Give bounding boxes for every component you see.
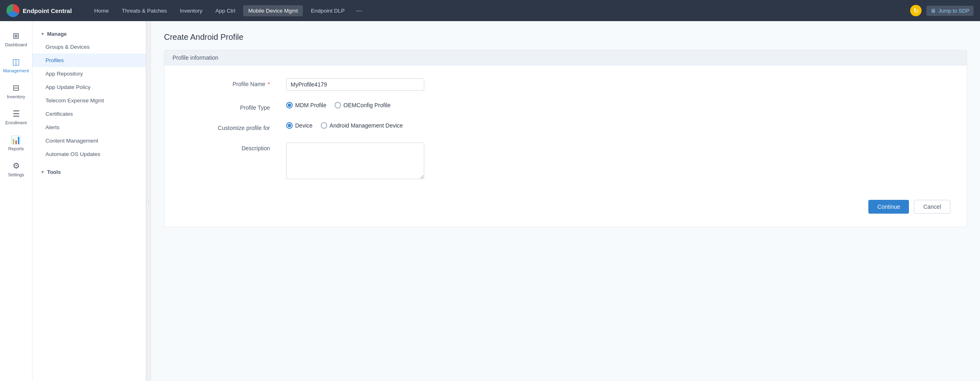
settings-icon: ⚙ (13, 161, 20, 171)
icon-sidebar: ⊞ Dashboard ◫ Management ⊟ Inventory ☰ E… (0, 21, 32, 381)
customize-radio-group: Device Android Management Device (286, 122, 497, 129)
mdm-profile-radio[interactable] (286, 102, 293, 108)
continue-button[interactable]: Continue (868, 200, 909, 214)
description-label: Description (181, 143, 270, 152)
logo-icon (6, 4, 19, 17)
description-row: Description (181, 143, 950, 180)
enrollment-icon: ☰ (13, 109, 20, 119)
dashboard-icon: ⊞ (13, 31, 19, 41)
manage-chevron-icon: ▼ (41, 32, 45, 36)
resize-handle[interactable]: ⋮ (146, 21, 151, 381)
dashboard-label: Dashboard (5, 42, 27, 47)
profile-name-input[interactable] (286, 78, 424, 91)
logo-text: Endpoint Central (23, 7, 72, 14)
customize-profile-row: Customize profile for Device Android Man… (181, 122, 950, 131)
manage-section-label: Manage (47, 31, 67, 37)
jump-to-sdp-button[interactable]: 🖥 Jump to SDP (926, 6, 974, 16)
inventory-label: Inventory (7, 94, 25, 99)
menu-app-update-policy[interactable]: App Update Policy (32, 80, 146, 94)
device-label: Device (295, 122, 313, 129)
oemconfig-profile-label: OEMConfig Profile (343, 102, 391, 108)
profile-name-control (286, 78, 497, 91)
top-navigation: Endpoint Central Home Threats & Patches … (0, 0, 980, 21)
sidebar-item-reports[interactable]: 📊 Reports (0, 130, 32, 156)
menu-app-repository[interactable]: App Repository (32, 67, 146, 80)
tools-section-header[interactable]: ▼ Tools (32, 166, 146, 178)
menu-certificates[interactable]: Certificates (32, 107, 146, 121)
card-body: Profile Name * Profile Type MDM (164, 65, 967, 227)
menu-content-management[interactable]: Content Management (32, 134, 146, 147)
android-management-device-radio[interactable] (321, 122, 327, 129)
profile-name-label: Profile Name * (181, 78, 270, 87)
oemconfig-profile-option[interactable]: OEMConfig Profile (335, 102, 391, 108)
reports-label: Reports (8, 146, 24, 151)
manage-section-header[interactable]: ▼ Manage (32, 28, 146, 40)
tools-section-label: Tools (47, 169, 61, 175)
mdm-profile-label: MDM Profile (295, 102, 326, 108)
sidebar-item-enrollment[interactable]: ☰ Enrollment (0, 104, 32, 130)
nav-home[interactable]: Home (89, 5, 114, 16)
mdm-profile-option[interactable]: MDM Profile (286, 102, 326, 108)
description-textarea[interactable] (286, 143, 424, 179)
required-indicator: * (268, 81, 270, 87)
management-label: Management (3, 68, 29, 73)
nav-inventory[interactable]: Inventory (175, 5, 207, 16)
nav-endpoint-dlp[interactable]: Endpoint DLP (306, 5, 350, 16)
menu-telecom-expense[interactable]: Telecom Expense Mgmt (32, 94, 146, 107)
settings-label: Settings (8, 172, 24, 177)
profile-info-card: Profile information Profile Name * Profi… (164, 50, 967, 227)
nav-mobile-device-mgmt[interactable]: Mobile Device Mgmt (243, 5, 302, 16)
sidebar-item-inventory[interactable]: ⊟ Inventory (0, 78, 32, 104)
tools-chevron-icon: ▼ (41, 170, 45, 174)
reports-icon: 📊 (11, 135, 21, 145)
menu-groups-devices[interactable]: Groups & Devices (32, 40, 146, 54)
profile-name-row: Profile Name * (181, 78, 950, 91)
enrollment-label: Enrollment (5, 120, 27, 125)
profile-type-control: MDM Profile OEMConfig Profile (286, 102, 497, 108)
form-actions: Continue Cancel (181, 192, 950, 214)
nav-app-ctrl[interactable]: App Ctrl (211, 5, 240, 16)
android-management-device-label: Android Management Device (330, 122, 403, 129)
nav-threats-patches[interactable]: Threats & Patches (117, 5, 172, 16)
description-control (286, 143, 497, 180)
nav-right-area: ↻ 🖥 Jump to SDP (910, 5, 974, 16)
menu-sidebar: ▼ Manage Groups & Devices Profiles App R… (32, 21, 146, 381)
customize-profile-control: Device Android Management Device (286, 122, 497, 129)
cancel-button[interactable]: Cancel (914, 200, 950, 214)
main-layout: ⊞ Dashboard ◫ Management ⊟ Inventory ☰ E… (0, 21, 980, 381)
menu-automate-os-updates[interactable]: Automate OS Updates (32, 147, 146, 161)
main-content: Create Android Profile Profile informati… (151, 21, 980, 381)
jump-sdp-icon: 🖥 (930, 8, 936, 14)
profile-type-radio-group: MDM Profile OEMConfig Profile (286, 102, 497, 108)
android-management-device-option[interactable]: Android Management Device (321, 122, 403, 129)
device-option[interactable]: Device (286, 122, 313, 129)
menu-alerts[interactable]: Alerts (32, 121, 146, 134)
logo-area: Endpoint Central (6, 4, 80, 17)
customize-profile-label: Customize profile for (181, 122, 270, 131)
sidebar-item-settings[interactable]: ⚙ Settings (0, 156, 32, 182)
page-title: Create Android Profile (164, 32, 967, 42)
oemconfig-profile-radio[interactable] (335, 102, 341, 108)
device-radio[interactable] (286, 122, 293, 129)
inventory-icon: ⊟ (13, 83, 19, 93)
profile-type-row: Profile Type MDM Profile OEMConfig Profi… (181, 102, 950, 111)
refresh-icon[interactable]: ↻ (910, 5, 922, 16)
sidebar-item-dashboard[interactable]: ⊞ Dashboard (0, 26, 32, 52)
sidebar-item-management[interactable]: ◫ Management (0, 52, 32, 78)
nav-more-button[interactable]: ··· (353, 4, 365, 17)
profile-type-label: Profile Type (181, 102, 270, 111)
management-icon: ◫ (12, 57, 20, 67)
menu-profiles[interactable]: Profiles (32, 54, 146, 67)
card-header: Profile information (164, 50, 967, 65)
